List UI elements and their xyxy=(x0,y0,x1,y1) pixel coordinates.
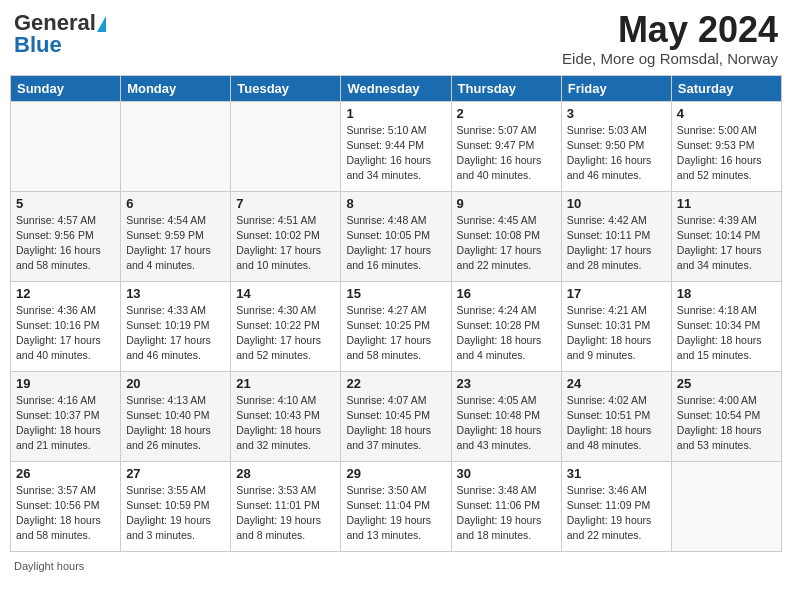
day-number: 12 xyxy=(16,286,115,301)
day-number: 31 xyxy=(567,466,666,481)
day-number: 4 xyxy=(677,106,776,121)
calendar-day-header: Tuesday xyxy=(231,75,341,101)
calendar-day-header: Saturday xyxy=(671,75,781,101)
calendar-cell: 24Sunrise: 4:02 AM Sunset: 10:51 PM Dayl… xyxy=(561,371,671,461)
day-info: Sunrise: 4:10 AM Sunset: 10:43 PM Daylig… xyxy=(236,393,335,454)
day-number: 15 xyxy=(346,286,445,301)
calendar-cell: 29Sunrise: 3:50 AM Sunset: 11:04 PM Dayl… xyxy=(341,461,451,551)
calendar-cell: 9Sunrise: 4:45 AM Sunset: 10:08 PM Dayli… xyxy=(451,191,561,281)
calendar-cell: 13Sunrise: 4:33 AM Sunset: 10:19 PM Dayl… xyxy=(121,281,231,371)
day-number: 1 xyxy=(346,106,445,121)
day-number: 19 xyxy=(16,376,115,391)
calendar-day-header: Wednesday xyxy=(341,75,451,101)
day-info: Sunrise: 3:46 AM Sunset: 11:09 PM Daylig… xyxy=(567,483,666,544)
calendar-week-row: 26Sunrise: 3:57 AM Sunset: 10:56 PM Dayl… xyxy=(11,461,782,551)
day-info: Sunrise: 4:07 AM Sunset: 10:45 PM Daylig… xyxy=(346,393,445,454)
day-info: Sunrise: 3:55 AM Sunset: 10:59 PM Daylig… xyxy=(126,483,225,544)
calendar-cell: 28Sunrise: 3:53 AM Sunset: 11:01 PM Dayl… xyxy=(231,461,341,551)
day-info: Sunrise: 4:54 AM Sunset: 9:59 PM Dayligh… xyxy=(126,213,225,274)
day-number: 27 xyxy=(126,466,225,481)
day-info: Sunrise: 4:24 AM Sunset: 10:28 PM Daylig… xyxy=(457,303,556,364)
calendar-cell: 5Sunrise: 4:57 AM Sunset: 9:56 PM Daylig… xyxy=(11,191,121,281)
calendar-cell: 8Sunrise: 4:48 AM Sunset: 10:05 PM Dayli… xyxy=(341,191,451,281)
day-number: 18 xyxy=(677,286,776,301)
day-number: 20 xyxy=(126,376,225,391)
day-number: 16 xyxy=(457,286,556,301)
calendar-cell: 20Sunrise: 4:13 AM Sunset: 10:40 PM Dayl… xyxy=(121,371,231,461)
day-info: Sunrise: 4:51 AM Sunset: 10:02 PM Daylig… xyxy=(236,213,335,274)
calendar-cell: 1Sunrise: 5:10 AM Sunset: 9:44 PM Daylig… xyxy=(341,101,451,191)
day-number: 7 xyxy=(236,196,335,211)
day-info: Sunrise: 5:10 AM Sunset: 9:44 PM Dayligh… xyxy=(346,123,445,184)
day-number: 22 xyxy=(346,376,445,391)
day-info: Sunrise: 3:53 AM Sunset: 11:01 PM Daylig… xyxy=(236,483,335,544)
day-info: Sunrise: 4:33 AM Sunset: 10:19 PM Daylig… xyxy=(126,303,225,364)
calendar-cell: 18Sunrise: 4:18 AM Sunset: 10:34 PM Dayl… xyxy=(671,281,781,371)
month-year-title: May 2024 xyxy=(562,10,778,50)
calendar-cell: 10Sunrise: 4:42 AM Sunset: 10:11 PM Dayl… xyxy=(561,191,671,281)
day-info: Sunrise: 5:00 AM Sunset: 9:53 PM Dayligh… xyxy=(677,123,776,184)
logo-triangle-icon xyxy=(97,16,106,32)
day-number: 6 xyxy=(126,196,225,211)
calendar-cell: 17Sunrise: 4:21 AM Sunset: 10:31 PM Dayl… xyxy=(561,281,671,371)
logo: General Blue xyxy=(14,10,106,58)
calendar-day-header: Thursday xyxy=(451,75,561,101)
calendar-cell xyxy=(11,101,121,191)
day-info: Sunrise: 4:30 AM Sunset: 10:22 PM Daylig… xyxy=(236,303,335,364)
calendar-cell: 7Sunrise: 4:51 AM Sunset: 10:02 PM Dayli… xyxy=(231,191,341,281)
logo-blue-text: Blue xyxy=(14,32,62,58)
day-number: 9 xyxy=(457,196,556,211)
calendar-cell: 16Sunrise: 4:24 AM Sunset: 10:28 PM Dayl… xyxy=(451,281,561,371)
day-number: 26 xyxy=(16,466,115,481)
day-number: 25 xyxy=(677,376,776,391)
day-info: Sunrise: 4:00 AM Sunset: 10:54 PM Daylig… xyxy=(677,393,776,454)
day-number: 11 xyxy=(677,196,776,211)
day-info: Sunrise: 4:05 AM Sunset: 10:48 PM Daylig… xyxy=(457,393,556,454)
calendar-day-header: Sunday xyxy=(11,75,121,101)
calendar-table: SundayMondayTuesdayWednesdayThursdayFrid… xyxy=(10,75,782,552)
calendar-cell: 14Sunrise: 4:30 AM Sunset: 10:22 PM Dayl… xyxy=(231,281,341,371)
day-number: 21 xyxy=(236,376,335,391)
day-number: 17 xyxy=(567,286,666,301)
day-info: Sunrise: 4:45 AM Sunset: 10:08 PM Daylig… xyxy=(457,213,556,274)
calendar-day-header: Monday xyxy=(121,75,231,101)
calendar-week-row: 5Sunrise: 4:57 AM Sunset: 9:56 PM Daylig… xyxy=(11,191,782,281)
calendar-cell xyxy=(671,461,781,551)
day-info: Sunrise: 4:42 AM Sunset: 10:11 PM Daylig… xyxy=(567,213,666,274)
daylight-hours-label: Daylight hours xyxy=(14,560,84,572)
day-number: 14 xyxy=(236,286,335,301)
location-subtitle: Eide, More og Romsdal, Norway xyxy=(562,50,778,67)
calendar-week-row: 19Sunrise: 4:16 AM Sunset: 10:37 PM Dayl… xyxy=(11,371,782,461)
day-info: Sunrise: 4:18 AM Sunset: 10:34 PM Daylig… xyxy=(677,303,776,364)
day-number: 24 xyxy=(567,376,666,391)
page-header: General Blue May 2024 Eide, More og Roms… xyxy=(10,10,782,67)
day-info: Sunrise: 5:07 AM Sunset: 9:47 PM Dayligh… xyxy=(457,123,556,184)
calendar-cell xyxy=(121,101,231,191)
day-info: Sunrise: 4:21 AM Sunset: 10:31 PM Daylig… xyxy=(567,303,666,364)
calendar-cell: 6Sunrise: 4:54 AM Sunset: 9:59 PM Daylig… xyxy=(121,191,231,281)
calendar-cell: 19Sunrise: 4:16 AM Sunset: 10:37 PM Dayl… xyxy=(11,371,121,461)
calendar-cell: 11Sunrise: 4:39 AM Sunset: 10:14 PM Dayl… xyxy=(671,191,781,281)
day-info: Sunrise: 4:57 AM Sunset: 9:56 PM Dayligh… xyxy=(16,213,115,274)
calendar-cell: 27Sunrise: 3:55 AM Sunset: 10:59 PM Dayl… xyxy=(121,461,231,551)
day-number: 2 xyxy=(457,106,556,121)
calendar-cell: 3Sunrise: 5:03 AM Sunset: 9:50 PM Daylig… xyxy=(561,101,671,191)
day-info: Sunrise: 4:13 AM Sunset: 10:40 PM Daylig… xyxy=(126,393,225,454)
calendar-cell: 23Sunrise: 4:05 AM Sunset: 10:48 PM Dayl… xyxy=(451,371,561,461)
calendar-cell: 21Sunrise: 4:10 AM Sunset: 10:43 PM Dayl… xyxy=(231,371,341,461)
day-info: Sunrise: 4:39 AM Sunset: 10:14 PM Daylig… xyxy=(677,213,776,274)
day-number: 13 xyxy=(126,286,225,301)
day-number: 10 xyxy=(567,196,666,211)
calendar-cell: 25Sunrise: 4:00 AM Sunset: 10:54 PM Dayl… xyxy=(671,371,781,461)
day-number: 5 xyxy=(16,196,115,211)
day-number: 3 xyxy=(567,106,666,121)
day-info: Sunrise: 5:03 AM Sunset: 9:50 PM Dayligh… xyxy=(567,123,666,184)
day-number: 30 xyxy=(457,466,556,481)
footer: Daylight hours xyxy=(10,560,782,572)
day-number: 29 xyxy=(346,466,445,481)
calendar-week-row: 1Sunrise: 5:10 AM Sunset: 9:44 PM Daylig… xyxy=(11,101,782,191)
day-info: Sunrise: 4:36 AM Sunset: 10:16 PM Daylig… xyxy=(16,303,115,364)
calendar-cell: 31Sunrise: 3:46 AM Sunset: 11:09 PM Dayl… xyxy=(561,461,671,551)
calendar-cell xyxy=(231,101,341,191)
day-info: Sunrise: 3:57 AM Sunset: 10:56 PM Daylig… xyxy=(16,483,115,544)
